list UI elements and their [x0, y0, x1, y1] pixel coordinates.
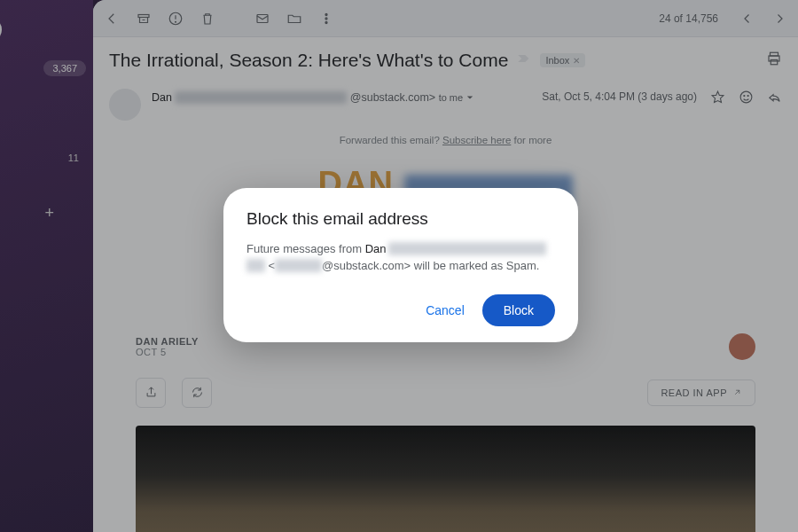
dialog-title: Block this email address: [246, 209, 555, 229]
block-button[interactable]: Block: [482, 294, 555, 326]
cancel-button[interactable]: Cancel: [420, 296, 470, 325]
block-sender-dialog: Block this email address Future messages…: [223, 188, 578, 342]
dialog-body: Future messages from Dan Ariely from Dan…: [246, 241, 555, 275]
